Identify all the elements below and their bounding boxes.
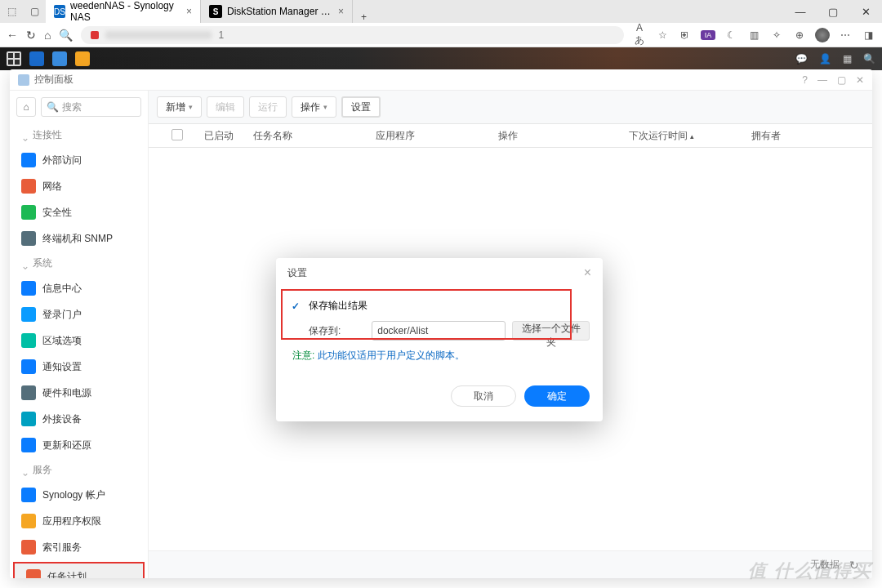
browser-tab-2[interactable]: S DiskStation Manager 7.2 | 群晖 × — [201, 0, 353, 23]
col-application[interactable]: 应用程序 — [369, 129, 492, 143]
home-button[interactable]: ⌂ — [44, 29, 51, 42]
dialog-titlebar[interactable]: 设置 × — [276, 258, 603, 287]
section-connectivity[interactable]: 连接性 — [10, 123, 148, 147]
url-suffix: 1 — [218, 29, 224, 41]
chat-icon[interactable]: 💬 — [795, 53, 808, 65]
col-owner[interactable]: 拥有者 — [745, 129, 843, 143]
sidebar-item-external-devices[interactable]: 外接设备 — [10, 406, 148, 432]
account-icon — [21, 488, 36, 502]
sidebar-item-external-access[interactable]: 外部访问 — [10, 147, 148, 173]
sidebar-item-network[interactable]: 网络 — [10, 173, 148, 199]
empty-label: 无数据 — [810, 558, 840, 572]
select-all-checkbox[interactable] — [172, 129, 183, 140]
sidebar-item-regional-options[interactable]: 区域选项 — [10, 327, 148, 354]
close-icon[interactable]: × — [186, 6, 192, 17]
user-icon[interactable]: 👤 — [819, 53, 831, 65]
tab-overview-icon[interactable]: ▢ — [23, 6, 46, 17]
sidebar-item-hardware-power[interactable]: 硬件和电源 — [10, 380, 148, 406]
sidebar-item-security[interactable]: 安全性 — [10, 199, 148, 225]
sidebar-item-login-portal[interactable]: 登录门户 — [10, 301, 148, 327]
action-button[interactable]: 操作 — [292, 96, 336, 118]
dialog-title: 设置 — [287, 266, 307, 280]
sidebar-item-app-privileges[interactable]: 应用程序权限 — [10, 508, 148, 534]
network-icon — [21, 179, 36, 194]
lock-icon — [21, 514, 36, 528]
search-icon[interactable]: 🔍 — [59, 29, 73, 42]
sidebar-icon[interactable]: ◨ — [861, 29, 875, 41]
col-enabled[interactable]: 已启动 — [198, 129, 247, 143]
help-icon[interactable]: ? — [802, 74, 808, 86]
site-icon — [91, 31, 99, 39]
sidebar-item-task-scheduler[interactable]: 任务计划 — [13, 562, 145, 578]
new-button[interactable]: 新增 — [157, 96, 202, 118]
sync-icon — [21, 438, 36, 452]
puzzle-icon[interactable]: ⊕ — [792, 29, 807, 41]
widgets-icon[interactable]: ▦ — [843, 53, 852, 65]
edit-button[interactable]: 编辑 — [207, 96, 244, 118]
favorite-icon[interactable]: ☆ — [655, 29, 670, 41]
back-button[interactable]: ← — [7, 29, 18, 42]
browser-tab-strip: ⬚ ▢ DS weedenNAS - Synology NAS × S Disk… — [0, 0, 882, 23]
search-icon: 🔍 — [47, 101, 59, 113]
sidebar-item-update-restore[interactable]: 更新和还原 — [10, 432, 148, 458]
sidebar-item-notification[interactable]: 通知设置 — [10, 354, 148, 380]
section-system[interactable]: 系统 — [10, 252, 148, 275]
cancel-button[interactable]: 取消 — [451, 385, 516, 407]
calendar-icon — [26, 569, 41, 578]
control-panel-icon[interactable] — [52, 51, 67, 66]
dialog-note: 注意: 此功能仅适用于用户定义的脚本。 — [289, 349, 590, 363]
main-menu-icon[interactable] — [7, 51, 21, 66]
sidebar-item-info-center[interactable]: 信息中心 — [10, 275, 148, 301]
info-icon — [21, 281, 36, 296]
text-size-icon[interactable]: Aあ — [632, 22, 647, 47]
col-task-name[interactable]: 任务名称 — [247, 129, 369, 143]
sidebar-item-terminal-snmp[interactable]: 终端机和 SNMP — [10, 225, 148, 252]
collections-icon[interactable]: ✧ — [769, 29, 784, 41]
ok-button[interactable]: 确定 — [524, 385, 590, 407]
close-icon[interactable]: ✕ — [856, 74, 864, 86]
minimize-button[interactable]: — — [784, 6, 817, 18]
col-next-run[interactable]: 下次运行时间 ▴ — [622, 129, 745, 143]
portal-icon — [21, 307, 36, 322]
more-icon[interactable]: ⋯ — [838, 29, 853, 41]
package-center-icon[interactable] — [29, 51, 44, 66]
url-blurred — [105, 31, 212, 39]
region-icon — [21, 333, 36, 348]
terminal-icon — [21, 231, 36, 246]
shield-icon[interactable]: ⛨ — [678, 29, 693, 41]
close-icon[interactable]: × — [584, 265, 591, 280]
minimize-icon[interactable]: — — [817, 74, 827, 86]
window-titlebar[interactable]: 控制面板 ? — ▢ ✕ — [10, 69, 872, 91]
close-icon[interactable]: × — [338, 6, 344, 17]
table-header: 已启动 任务名称 应用程序 操作 下次运行时间 ▴ 拥有者 — [149, 123, 872, 148]
chat-icon — [21, 359, 36, 374]
sidebar-home-button[interactable]: ⌂ — [16, 97, 36, 117]
extension-icon[interactable]: IA — [701, 30, 715, 40]
usb-icon — [21, 412, 36, 426]
section-services[interactable]: 服务 — [10, 458, 148, 482]
url-input[interactable]: 1 — [81, 26, 624, 44]
moon-icon[interactable]: ☾ — [724, 29, 738, 41]
sidebar: ⌂ 🔍 搜索 连接性 外部访问 网络 安全性 终端机和 SNMP 系统 信息中心… — [10, 91, 149, 578]
maximize-button[interactable]: ▢ — [817, 6, 849, 18]
refresh-button[interactable]: ↻ — [849, 559, 859, 572]
file-station-icon[interactable] — [75, 51, 90, 66]
sidebar-search-input[interactable]: 🔍 搜索 — [41, 97, 141, 117]
window-controls: — ▢ ✕ — [784, 6, 882, 18]
toolbar: 新增 编辑 运行 操作 设置 — [149, 91, 872, 123]
new-tab-button[interactable]: + — [353, 11, 375, 23]
maximize-icon[interactable]: ▢ — [837, 74, 846, 86]
col-action[interactable]: 操作 — [492, 129, 622, 143]
profile-avatar[interactable] — [815, 28, 830, 42]
close-button[interactable]: ✕ — [849, 6, 882, 18]
settings-button[interactable]: 设置 — [341, 96, 381, 118]
window-title: 控制面板 — [34, 73, 74, 87]
refresh-button[interactable]: ↻ — [26, 29, 36, 42]
run-button[interactable]: 运行 — [249, 96, 287, 118]
search-icon[interactable]: 🔍 — [863, 53, 875, 65]
book-icon[interactable]: ▥ — [746, 29, 761, 41]
sidebar-item-indexing-service[interactable]: 索引服务 — [10, 534, 148, 560]
app-menu-icon[interactable]: ⬚ — [0, 6, 23, 17]
sidebar-item-synology-account[interactable]: Synology 帐户 — [10, 482, 148, 508]
browser-tab-1[interactable]: DS weedenNAS - Synology NAS × — [46, 0, 201, 23]
